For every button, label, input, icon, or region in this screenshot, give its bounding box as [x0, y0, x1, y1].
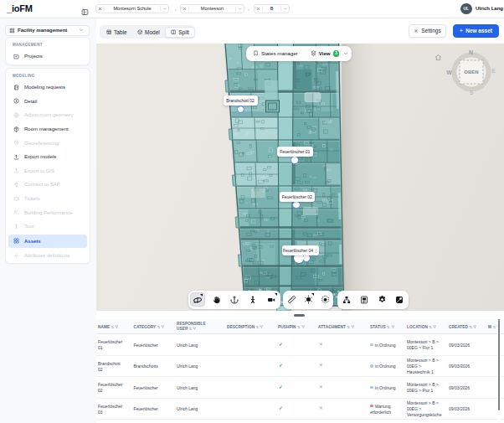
svg-text:N: N — [469, 49, 473, 55]
svg-text:S: S — [470, 90, 474, 95]
svg-text:E: E — [491, 68, 496, 74]
svg-text:OBEN: OBEN — [464, 70, 478, 75]
svg-text:W: W — [446, 70, 452, 75]
